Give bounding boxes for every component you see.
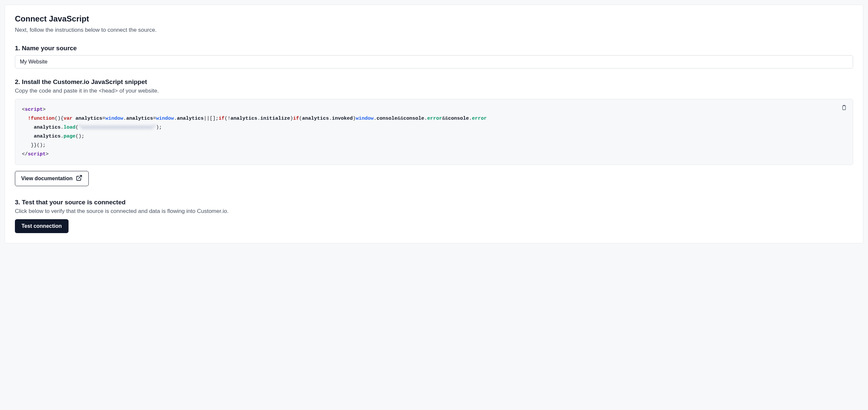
code-token: invoked [332, 116, 352, 121]
code-token: . [61, 125, 64, 130]
code-token: function [31, 116, 55, 121]
code-token: && [397, 116, 403, 121]
step1-heading: 1. Name your source [15, 45, 853, 52]
code-token: }}(); [31, 142, 46, 148]
code-token: console [404, 116, 425, 121]
code-token: </ [22, 151, 28, 157]
source-name-input[interactable] [15, 55, 853, 68]
code-token: if [218, 116, 224, 121]
code-token: < [22, 107, 25, 112]
page-subtitle: Next, follow the instructions below to c… [15, 27, 853, 33]
clipboard-icon [841, 104, 847, 112]
code-token: load [64, 125, 75, 130]
code-token: analytics [75, 116, 102, 121]
code-token: var [64, 116, 72, 121]
code-token: window [355, 116, 373, 121]
code-token: error [472, 116, 487, 121]
svg-rect-0 [842, 106, 845, 110]
step2-heading: 2. Install the Customer.io JavaScript sn… [15, 78, 853, 86]
code-token: window [105, 116, 123, 121]
code-token: ( [75, 125, 79, 130]
code-token: script [25, 107, 43, 112]
code-token: . [257, 116, 260, 121]
code-token: error [427, 116, 442, 121]
code-token: analytics [177, 116, 204, 121]
svg-line-1 [79, 176, 82, 178]
test-connection-label: Test connection [22, 223, 62, 229]
code-token: = [102, 116, 105, 121]
code-token: initialize [260, 116, 290, 121]
code-token: console [376, 116, 397, 121]
code-token: if [293, 116, 299, 121]
code-snippet: <script> !function(){var analytics=windo… [15, 99, 853, 165]
step3-heading: 3. Test that your source is connected [15, 199, 853, 206]
code-token: . [123, 116, 126, 121]
step2-subtext: Copy the code and paste it in the <head>… [15, 88, 853, 94]
step3-subtext: Click below to verify that the source is… [15, 208, 853, 214]
code-token: ) [290, 116, 293, 121]
code-token: window [156, 116, 174, 121]
code-token: ||[]; [204, 116, 218, 121]
code-token: page [64, 134, 75, 139]
code-token: . [425, 116, 427, 121]
code-token: analytics [230, 116, 257, 121]
code-token: analytics [34, 134, 61, 139]
code-token: analytics [302, 116, 329, 121]
code-token: console [448, 116, 469, 121]
code-token: . [174, 116, 177, 121]
view-documentation-button[interactable]: View documentation [15, 171, 89, 186]
copy-button[interactable] [840, 104, 848, 112]
page-title: Connect JavaScript [15, 14, 853, 24]
code-token: (! [224, 116, 230, 121]
external-link-icon [76, 175, 83, 182]
code-token: > [43, 107, 46, 112]
redacted-api-key: "xxxxxxxxxxxxxxxxxxxxxxxx" [79, 125, 156, 130]
code-token: . [469, 116, 472, 121]
code-token: . [61, 134, 64, 139]
code-token: ); [156, 125, 162, 130]
code-token: (); [75, 134, 85, 139]
view-documentation-label: View documentation [21, 176, 72, 181]
code-token: script [28, 151, 46, 157]
connect-javascript-card: Connect JavaScript Next, follow the inst… [5, 5, 863, 243]
code-token: && [442, 116, 448, 121]
code-token: analytics [34, 125, 61, 130]
code-token: = [153, 116, 156, 121]
code-token: > [46, 151, 49, 157]
code-token: (){ [55, 116, 64, 121]
code-token: analytics [126, 116, 153, 121]
test-connection-button[interactable]: Test connection [15, 219, 68, 233]
code-token: ! [28, 116, 31, 121]
